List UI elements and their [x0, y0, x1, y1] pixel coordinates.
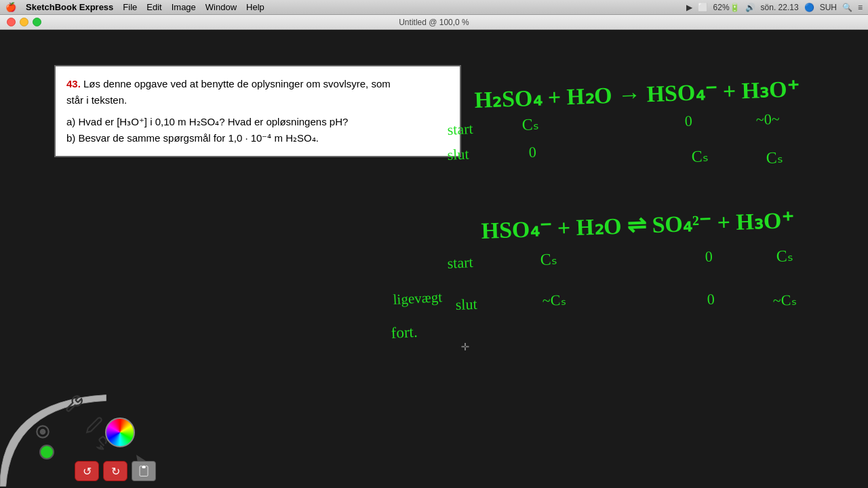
user-label: SUH: [820, 3, 837, 12]
menubar: 🍎 SketchBook Express File Edit Image Win…: [0, 0, 868, 15]
menu-icon[interactable]: ≡: [858, 3, 863, 12]
maximize-button[interactable]: [33, 18, 41, 26]
record-icon: ▶: [686, 3, 692, 12]
menubar-right: ▶ ⬜ 62%🔋 🔊 sön. 22.13 🔵 SUH 🔍 ≡: [686, 3, 863, 12]
eyedropper-button[interactable]: [34, 423, 52, 441]
app-name-label: SketchBook Express: [26, 2, 113, 12]
svg-text:Cₛ: Cₛ: [691, 147, 709, 165]
window-controls: [7, 18, 41, 26]
svg-text:0: 0: [707, 291, 715, 308]
svg-text:Cₛ: Cₛ: [540, 250, 557, 268]
svg-text:HSO₄⁻ + H₂O ⇌ SO₄²⁻ + H₃O⁺: HSO₄⁻ + H₂O ⇌ SO₄²⁻ + H₃O⁺: [481, 207, 794, 243]
svg-text:slut: slut: [447, 145, 469, 163]
svg-text:fort.: fort.: [391, 323, 418, 342]
canvas-area[interactable]: 43. Løs denne opgave ved at benytte de o…: [0, 30, 868, 488]
menu-window[interactable]: Window: [205, 2, 237, 12]
volume-icon: 🔊: [745, 3, 755, 12]
search-icon[interactable]: 🔍: [842, 3, 852, 12]
svg-text:~Cₛ: ~Cₛ: [772, 291, 796, 309]
svg-text:0: 0: [684, 113, 692, 129]
minimize-button[interactable]: [20, 18, 28, 26]
clipboard-button[interactable]: [132, 461, 156, 481]
svg-rect-23: [142, 466, 146, 468]
menu-help[interactable]: Help: [246, 2, 264, 12]
menu-image[interactable]: Image: [172, 2, 196, 12]
svg-text:Cₛ: Cₛ: [776, 247, 793, 265]
svg-text:Cₛ: Cₛ: [521, 115, 539, 134]
svg-text:start: start: [447, 120, 473, 138]
svg-text:✛: ✛: [461, 338, 469, 354]
svg-text:~0~: ~0~: [755, 110, 780, 128]
menu-file[interactable]: File: [123, 2, 137, 12]
svg-text:0: 0: [705, 248, 713, 265]
apple-logo-icon[interactable]: 🍎: [5, 2, 16, 12]
window-title: Untitled @ 100,0 %: [399, 18, 469, 27]
redo-button[interactable]: ↻: [103, 461, 127, 481]
svg-text:ligevægt: ligevægt: [393, 289, 443, 308]
svg-text:start: start: [447, 253, 473, 272]
svg-text:Cₛ: Cₛ: [766, 148, 783, 167]
svg-text:H₂SO₄ + H₂O → HSO₄⁻ + H₃O⁺: H₂SO₄ + H₂O → HSO₄⁻ + H₃O⁺: [474, 76, 800, 113]
floating-toolbar: ↺ ↻: [0, 380, 163, 488]
svg-point-22: [41, 430, 45, 434]
svg-text:0: 0: [528, 144, 536, 161]
pencil-button[interactable]: [85, 416, 103, 434]
svg-text:~Cₛ: ~Cₛ: [542, 291, 566, 309]
tools-button[interactable]: [64, 394, 83, 413]
svg-text:slut: slut: [455, 296, 477, 313]
screen-icon: ⬜: [698, 3, 708, 12]
undo-button[interactable]: ↺: [75, 461, 99, 481]
time-label: sön. 22.13: [761, 3, 799, 12]
color-wheel-button[interactable]: [105, 418, 135, 447]
titlebar: Untitled @ 100,0 %: [0, 15, 868, 30]
active-color-swatch[interactable]: [39, 445, 54, 460]
menu-edit[interactable]: Edit: [146, 2, 161, 12]
battery-label: 62%🔋: [713, 3, 740, 12]
bluetooth-icon: 🔵: [804, 3, 814, 12]
close-button[interactable]: [7, 18, 16, 26]
